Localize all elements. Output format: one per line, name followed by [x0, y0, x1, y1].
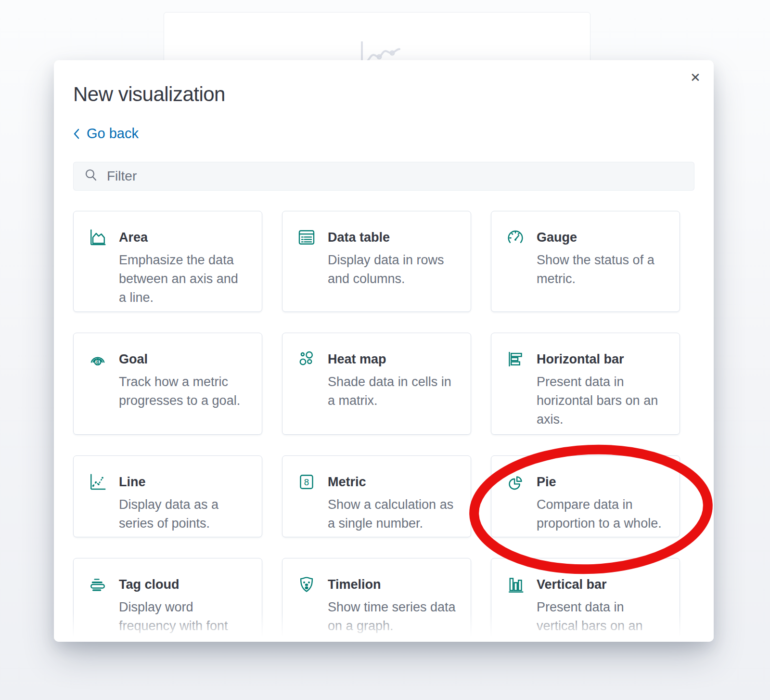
card-title: Vertical bar [537, 575, 607, 594]
card-title: Area [119, 228, 148, 247]
search-icon [84, 168, 98, 184]
card-goal[interactable]: 8GoalTrack how a metric progresses to a … [73, 333, 262, 435]
card-title: Goal [119, 350, 148, 369]
page-background: { "modal": { "title": "New visualization… [0, 0, 770, 700]
svg-text:8: 8 [96, 359, 100, 365]
card-description: Show time series data on a graph. [328, 598, 457, 635]
heat-map-icon [297, 350, 316, 369]
goal-icon: 8 [88, 350, 107, 369]
new-visualization-modal: ✕ New visualization Go back AreaEmphasiz… [54, 60, 714, 642]
card-description: Compare data in proportion to a whole. [537, 495, 666, 533]
card-description: Display data as a series of points. [119, 495, 248, 533]
card-description: Present data in vertical bars on an axis… [537, 598, 666, 642]
filter-field [73, 162, 694, 191]
card-description: Present data in horizontal bars on an ax… [537, 373, 666, 429]
chevron-left-icon [73, 128, 80, 140]
card-description: Shade data in cells in a matrix. [328, 373, 457, 410]
card-title: Timelion [328, 575, 381, 594]
card-metric[interactable]: 8MetricShow a calculation as a single nu… [282, 455, 471, 537]
card-description: Show a calculation as a single number. [328, 495, 457, 533]
vertical-bar-icon [506, 575, 525, 594]
card-area[interactable]: AreaEmphasize the data between an axis a… [73, 211, 262, 312]
go-back-link[interactable]: Go back [73, 126, 139, 142]
card-title: Line [119, 472, 146, 492]
go-back-label: Go back [87, 126, 139, 142]
card-title: Metric [328, 472, 366, 492]
data-table-icon [297, 228, 316, 247]
tag-cloud-icon [88, 575, 107, 594]
card-title: Horizontal bar [537, 350, 624, 369]
modal-title: New visualization [73, 82, 694, 106]
card-description: Display word frequency with font size. [119, 598, 248, 642]
card-horizontal-bar[interactable]: Horizontal barPresent data in horizontal… [491, 333, 680, 435]
card-timelion[interactable]: TimelionShow time series data on a graph… [282, 558, 471, 642]
line-chart-icon [88, 472, 107, 492]
pie-chart-icon [506, 472, 525, 492]
visualization-type-grid: AreaEmphasize the data between an axis a… [73, 211, 694, 642]
card-title: Data table [328, 228, 390, 247]
card-line[interactable]: LineDisplay data as a series of points. [73, 455, 262, 537]
area-chart-icon [88, 228, 107, 247]
card-tag-cloud[interactable]: Tag cloudDisplay word frequency with fon… [73, 558, 262, 642]
card-title: Tag cloud [119, 575, 180, 594]
horizontal-bar-icon [506, 350, 525, 369]
card-title: Heat map [328, 350, 386, 369]
metric-icon: 8 [297, 472, 316, 492]
timelion-icon [297, 575, 316, 594]
card-description: Display data in rows and columns. [328, 251, 457, 288]
card-pie[interactable]: PieCompare data in proportion to a whole… [491, 455, 680, 537]
gauge-icon [506, 228, 525, 247]
card-heat-map[interactable]: Heat mapShade data in cells in a matrix. [282, 333, 471, 435]
filter-input[interactable] [106, 168, 684, 184]
card-title: Pie [537, 472, 556, 492]
svg-text:8: 8 [304, 477, 309, 487]
card-description: Emphasize the data between an axis and a… [119, 251, 248, 307]
card-vertical-bar[interactable]: Vertical barPresent data in vertical bar… [491, 558, 680, 642]
card-description: Track how a metric progresses to a goal. [119, 373, 248, 410]
card-data-table[interactable]: Data tableDisplay data in rows and colum… [282, 211, 471, 312]
card-gauge[interactable]: GaugeShow the status of a metric. [491, 211, 680, 312]
card-title: Gauge [537, 228, 577, 247]
card-description: Show the status of a metric. [537, 251, 666, 288]
